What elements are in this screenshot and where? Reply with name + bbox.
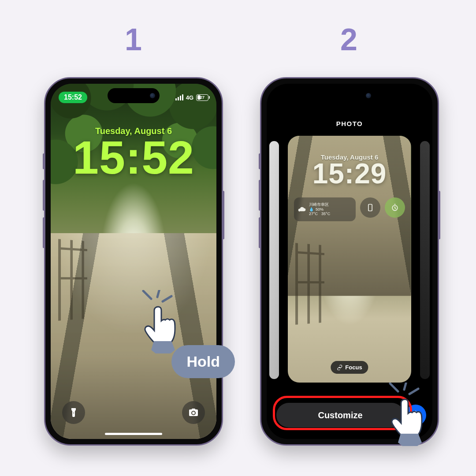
mute-switch[interactable]	[43, 153, 45, 169]
focus-label: Focus	[345, 364, 362, 371]
tap-gesture-icon	[380, 383, 438, 449]
network-label: 4G	[186, 94, 193, 101]
link-icon	[337, 364, 342, 370]
svg-line-6	[404, 383, 407, 390]
svg-rect-3	[368, 205, 372, 211]
battery-icon: 27	[196, 94, 208, 101]
phone-step-1: 15:52 4G 27 Tuesday, August 6 15:52	[44, 77, 223, 446]
svg-line-1	[157, 290, 160, 297]
weather-temp-high: 35°C	[321, 212, 330, 216]
timer-icon	[390, 203, 399, 212]
power-button[interactable]	[438, 191, 440, 239]
widget-row: 川崎市幸区 💧50% 27°C 35°C	[288, 197, 411, 221]
dynamic-island[interactable]	[108, 88, 160, 103]
volume-down-button[interactable]	[43, 217, 45, 248]
weather-humidity: 50%	[316, 207, 324, 212]
prev-wallpaper-peek[interactable]	[269, 141, 279, 379]
battery-widget[interactable]	[360, 197, 380, 218]
svg-line-5	[390, 383, 398, 391]
phone-step-2: PHOTO Tuesday, August 6 15:29 川崎市幸区 💧50%…	[260, 77, 439, 446]
camera-icon	[188, 407, 199, 418]
lock-screen[interactable]: 15:52 4G 27 Tuesday, August 6 15:52	[51, 84, 216, 439]
flashlight-button[interactable]	[62, 401, 85, 424]
wallpaper-preview-card[interactable]: Tuesday, August 6 15:29 川崎市幸区 💧50% 27°C …	[288, 136, 411, 383]
svg-line-0	[143, 291, 151, 299]
camera-button[interactable]	[182, 401, 205, 424]
home-indicator[interactable]	[105, 433, 162, 435]
focus-link-button[interactable]: Focus	[331, 361, 368, 374]
svg-line-7	[409, 389, 418, 394]
cloud-icon	[298, 205, 306, 214]
dynamic-island[interactable]	[324, 88, 376, 103]
volume-down-button[interactable]	[259, 217, 261, 248]
step-number-1: 1	[125, 22, 142, 57]
lock-screen-time: 15:52	[51, 134, 216, 181]
phone-outline-icon	[366, 203, 375, 212]
weather-location: 川崎市幸区	[309, 202, 330, 207]
preview-time: 15:29	[288, 160, 411, 188]
cellular-signal-icon	[175, 94, 183, 100]
tap-gesture-icon	[134, 290, 191, 356]
volume-up-button[interactable]	[259, 180, 261, 211]
wallpaper-type-label: PHOTO	[267, 120, 432, 127]
timer-widget[interactable]	[385, 197, 405, 218]
volume-up-button[interactable]	[43, 180, 45, 211]
step-number-2: 2	[340, 22, 357, 57]
weather-temp-low: 27°C	[309, 212, 318, 216]
mute-switch[interactable]	[259, 153, 261, 169]
power-button[interactable]	[222, 191, 224, 239]
next-wallpaper-peek[interactable]	[420, 141, 430, 379]
flashlight-icon	[68, 407, 79, 418]
status-time-pill[interactable]: 15:52	[59, 92, 87, 103]
weather-widget[interactable]: 川崎市幸区 💧50% 27°C 35°C	[294, 197, 356, 221]
svg-line-2	[163, 296, 171, 301]
